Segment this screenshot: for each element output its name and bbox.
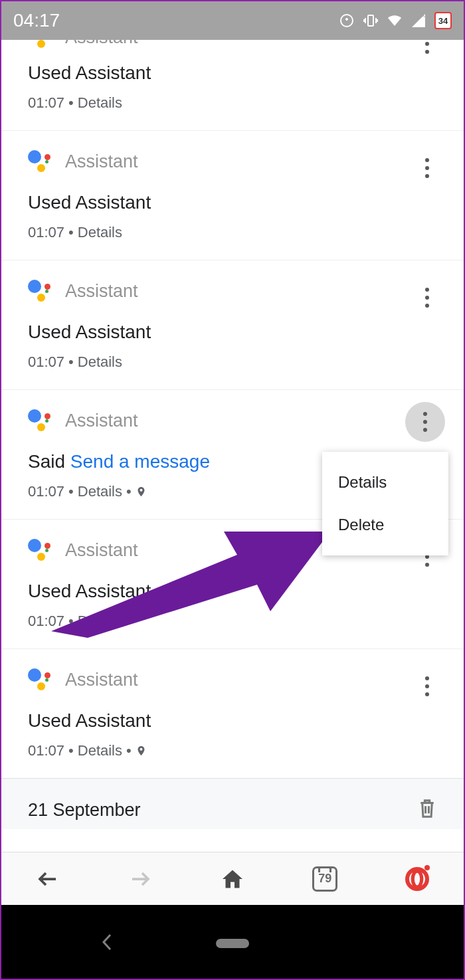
svg-text:X: X (421, 13, 425, 19)
assistant-logo-icon (28, 149, 52, 173)
opera-menu-button[interactable] (401, 862, 434, 896)
context-menu: Details Delete (322, 452, 448, 555)
system-nav-bar (1, 905, 464, 980)
assistant-logo-icon (28, 409, 52, 433)
activity-details-link[interactable]: Details (78, 94, 122, 112)
assistant-app-label: Assistant (65, 281, 138, 302)
back-button[interactable] (31, 862, 64, 896)
forward-button[interactable] (124, 862, 157, 896)
activity-details-link[interactable]: Details (78, 353, 122, 371)
activity-time: 01:07 (28, 742, 64, 759)
activity-item[interactable]: Assistant Used Assistant 01:07 • Details (1, 40, 464, 131)
assistant-app-label: Assistant (65, 151, 138, 172)
assistant-app-label: Assistant (65, 540, 138, 561)
activity-title: Used Assistant (28, 192, 437, 213)
wifi-icon (387, 13, 403, 29)
more-options-button[interactable] (417, 40, 437, 57)
status-bar: 04:17 X 34 (1, 1, 464, 40)
assistant-logo-icon (28, 668, 52, 692)
signal-icon: X (411, 13, 426, 29)
svg-point-5 (413, 871, 422, 887)
clock-plus-icon (339, 13, 355, 29)
activity-details-link[interactable]: Details (78, 742, 122, 759)
more-options-button-active[interactable] (405, 402, 445, 442)
activity-meta: 01:07 • Details (28, 613, 437, 630)
activity-meta: 01:07 • Details (28, 353, 437, 371)
notification-dot-icon (424, 865, 430, 870)
browser-bottom-bar: 79 (1, 852, 464, 905)
svg-rect-1 (368, 15, 373, 26)
system-back-button[interactable] (101, 932, 114, 955)
more-options-button[interactable] (417, 155, 437, 181)
tabs-count: 79 (312, 866, 337, 892)
vibrate-icon (363, 13, 379, 29)
assistant-logo-icon (28, 40, 52, 49)
location-pin-icon (136, 484, 147, 499)
said-link[interactable]: Send a message (70, 451, 210, 472)
activity-title: Used Assistant (28, 581, 437, 602)
activity-title: Used Assistant (28, 322, 437, 343)
status-icons: X 34 (339, 12, 452, 29)
said-prefix: Said (28, 451, 70, 472)
activity-time: 01:07 (28, 94, 64, 112)
activity-time: 01:07 (28, 353, 64, 371)
activity-time: 01:07 (28, 224, 64, 241)
assistant-app-label: Assistant (65, 670, 138, 690)
activity-details-link[interactable]: Details (78, 483, 122, 500)
delete-day-button[interactable] (417, 797, 437, 823)
tabs-button[interactable]: 79 (308, 862, 341, 896)
activity-item[interactable]: Assistant Used Assistant 01:07 • Details… (1, 649, 464, 778)
home-button[interactable] (216, 862, 249, 896)
assistant-app-label: Assistant (65, 411, 138, 431)
activity-meta: 01:07 • Details (28, 224, 437, 241)
activity-meta: 01:07 • Details (28, 94, 437, 112)
activity-item[interactable]: Assistant Used Assistant 01:07 • Details (1, 260, 464, 390)
battery-icon: 34 (434, 12, 452, 29)
activity-time: 01:07 (28, 613, 64, 630)
system-home-pill[interactable] (216, 939, 249, 948)
activity-time: 01:07 (28, 483, 64, 500)
activity-details-link[interactable]: Details (78, 224, 122, 241)
menu-item-delete[interactable]: Delete (322, 504, 448, 546)
menu-item-details[interactable]: Details (322, 461, 448, 504)
more-options-button[interactable] (417, 673, 437, 700)
activity-item[interactable]: Assistant Used Assistant 01:07 • Details (1, 131, 464, 260)
location-pin-icon (136, 743, 147, 758)
date-label: 21 September (28, 800, 141, 821)
date-section: 21 September (1, 778, 464, 829)
activity-title: Used Assistant (28, 710, 437, 732)
status-time: 04:17 (13, 10, 60, 31)
activity-list: Assistant Used Assistant 01:07 • Details… (1, 40, 464, 852)
activity-title: Used Assistant (28, 62, 437, 84)
more-options-button[interactable] (417, 284, 437, 311)
assistant-logo-icon (28, 279, 52, 303)
activity-meta: 01:07 • Details • (28, 742, 437, 759)
assistant-app-label: Assistant (65, 40, 138, 48)
assistant-logo-icon (28, 538, 52, 562)
activity-details-link[interactable]: Details (78, 613, 122, 630)
